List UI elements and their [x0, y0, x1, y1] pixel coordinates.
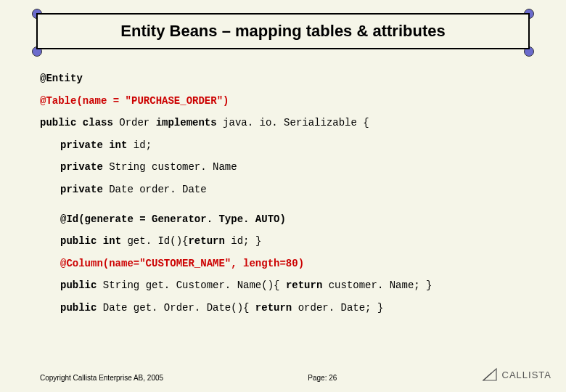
kw-public: public [60, 279, 97, 291]
kw-return: return [188, 235, 224, 247]
code-annotation: @Entity [40, 73, 83, 84]
kw-return: return [255, 302, 292, 314]
code-text: get. Id(){ [121, 235, 188, 247]
kw-return: return [286, 279, 322, 291]
code-text: String customer. Name [103, 161, 237, 173]
code-annotation-id: @Id(generate = Generator. Type. AUTO) [60, 213, 286, 225]
title-box: Entity Beans – mapping tables & attribut… [36, 13, 530, 49]
kw-private: private [60, 184, 103, 195]
code-annotation-table: @Table(name = "PURCHASE_ORDER") [40, 95, 229, 107]
code-text: order. Date; } [292, 302, 383, 314]
logo-triangle-icon [482, 367, 498, 382]
code-text: Order [113, 117, 156, 128]
code-text: customer. Name; } [322, 279, 432, 291]
logo-text: CALLISTA [502, 369, 551, 380]
footer: Copyright Callista Enterprise AB, 2005 P… [40, 367, 551, 382]
code-text: id; } [225, 235, 261, 247]
copyright-text: Copyright Callista Enterprise AB, 2005 [40, 374, 163, 382]
code-text: Date order. Date [103, 184, 207, 195]
code-text: Date get. Order. Date(){ [97, 302, 255, 314]
logo: CALLISTA [482, 367, 551, 382]
kw-public: public [60, 302, 97, 314]
code-block: @Entity @Table(name = "PURCHASE_ORDER") … [40, 69, 526, 321]
code-text: java. io. Serializable { [217, 117, 369, 128]
slide-title: Entity Beans – mapping tables & attribut… [51, 22, 515, 41]
kw-class: class [83, 117, 113, 128]
kw-public: public [60, 235, 97, 247]
code-annotation-column: @Column(name="CUSTOMER_NAME", length=80) [60, 258, 304, 269]
kw-private: private [60, 161, 103, 173]
code-text: String get. Customer. Name(){ [97, 279, 285, 291]
kw-implements: implements [156, 117, 217, 128]
code-text: id; [127, 139, 152, 151]
kw-private: private [60, 139, 103, 151]
kw-int: int [103, 235, 121, 247]
kw-int: int [109, 139, 127, 151]
page-number: Page: 26 [308, 374, 337, 382]
kw-public: public [40, 117, 76, 128]
svg-line-1 [483, 373, 491, 380]
